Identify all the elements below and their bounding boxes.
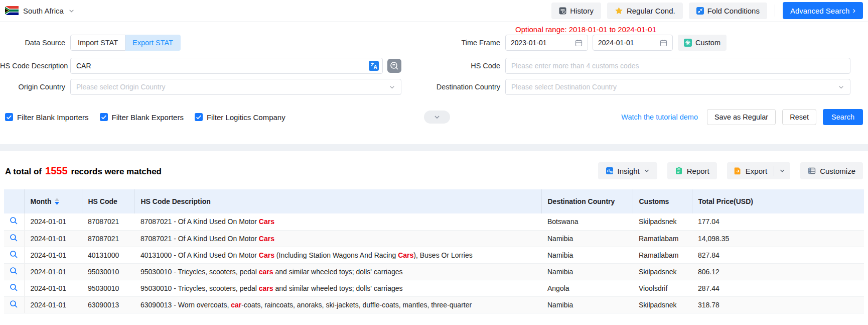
cell-customs: Vioolsdrif <box>633 280 692 296</box>
cell-total-price: 318.78 <box>692 296 864 313</box>
row-detail-cell <box>4 247 24 263</box>
detail-column-header <box>4 189 24 213</box>
checkbox-label: Filter Logitics Company <box>207 113 285 122</box>
results-bar: A total of 1555 records were matched BI … <box>0 151 868 189</box>
search-button[interactable]: Search <box>823 109 863 125</box>
filter-checkbox-2[interactable]: Filter Logitics Company <box>195 113 285 122</box>
destination-country-select[interactable]: Please select Destination Country <box>505 79 850 95</box>
total-count: 1555 <box>45 165 68 177</box>
filter-checkbox-0[interactable]: Filter Blank Importers <box>5 113 89 122</box>
sort-icons[interactable] <box>55 198 59 205</box>
reset-button[interactable]: Reset <box>782 109 816 125</box>
table-header-row: MonthHS CodeHS Code DescriptionDestinati… <box>4 189 864 213</box>
export-stat-tab[interactable]: Export STAT <box>125 35 181 51</box>
cell-description: 63090013 - Worn overcoats, car-coats, ra… <box>134 296 541 313</box>
cell-month: 2024-01-01 <box>24 213 82 230</box>
row-detail-cell <box>4 296 24 313</box>
customize-label: Customize <box>820 167 855 175</box>
results-total: A total of 1555 records were matched <box>5 165 162 177</box>
advanced-search-button[interactable]: Advanced Search › <box>783 2 863 19</box>
cell-customs: Skilpadsnek <box>633 296 692 313</box>
cell-month: 2024-01-01 <box>24 263 82 280</box>
import-stat-tab[interactable]: Import STAT <box>70 35 125 51</box>
total-prefix: A total of <box>5 167 42 177</box>
chevron-down-icon <box>68 8 75 14</box>
cell-destination-country: Namibia <box>541 230 633 247</box>
cell-total-price: 827.84 <box>692 247 864 263</box>
top-bar: South Africa History Regular Cond. Fold … <box>0 0 868 22</box>
end-date-input[interactable]: 2024-01-01 <box>593 35 673 51</box>
customize-button[interactable]: Customize <box>800 162 863 179</box>
cell-description: 95030010 - Tricycles, scooters, pedal ca… <box>134 263 541 280</box>
cell-destination-country: Namibia <box>541 263 633 280</box>
save-as-regular-button[interactable]: Save as Regular <box>707 109 776 125</box>
keyword-highlight: cars <box>259 268 273 276</box>
export-button[interactable]: Export <box>727 162 774 179</box>
table-row: 2024-01-018708702187087021 - Of A Kind U… <box>4 213 864 230</box>
start-date-input[interactable]: 2023-01-01 <box>505 35 588 51</box>
results-table: MonthHS CodeHS Code DescriptionDestinati… <box>4 189 864 313</box>
collapse-conditions-button[interactable] <box>424 111 450 124</box>
table-row: 2024-01-019503001095030010 - Tricycles, … <box>4 263 864 280</box>
hs-code-description-input[interactable] <box>70 58 383 74</box>
filter-checkbox-group: Filter Blank ImportersFilter Blank Expor… <box>5 113 285 122</box>
checkbox-label: Filter Blank Importers <box>17 113 89 122</box>
column-header-destination-country: Destination Country <box>541 189 633 213</box>
chevron-down-icon <box>389 84 395 90</box>
tutorial-demo-link[interactable]: Watch the tutorial demo <box>621 113 698 121</box>
row-search-icon[interactable] <box>10 234 18 242</box>
row-search-icon[interactable] <box>10 283 18 292</box>
row-search-icon[interactable] <box>10 267 18 275</box>
checkbox-checked-icon[interactable] <box>195 113 203 121</box>
country-selector[interactable]: South Africa <box>5 6 75 15</box>
calendar-icon <box>575 39 583 47</box>
checkbox-checked-icon[interactable] <box>100 113 108 121</box>
country-name: South Africa <box>23 7 64 15</box>
origin-country-label: Origin Country <box>0 83 70 91</box>
optional-range-note: Optional range: 2018-01-01 to 2024-01-01 <box>515 25 656 34</box>
row-detail-cell <box>4 213 24 230</box>
cell-month: 2024-01-01 <box>24 247 82 263</box>
row-search-icon[interactable] <box>10 300 18 308</box>
report-button[interactable]: Report <box>667 162 717 179</box>
table-row: 2024-01-019503001095030010 - Tricycles, … <box>4 280 864 296</box>
translate-icon[interactable]: A <box>369 61 379 71</box>
hs-code-description-label: HS Code Description <box>0 62 70 70</box>
export-dropdown-button[interactable] <box>774 162 790 179</box>
fold-conditions-button[interactable]: Fold Conditions <box>689 3 767 19</box>
cell-total-price: 287.44 <box>692 280 864 296</box>
cell-description: 87087021 - Of A Kind Used On Motor Cars <box>134 213 541 230</box>
report-label: Report <box>687 167 709 175</box>
start-date-value: 2023-01-01 <box>511 39 547 47</box>
cell-destination-country: Botswana <box>541 213 633 230</box>
row-search-icon[interactable] <box>10 250 18 259</box>
history-icon <box>559 7 566 15</box>
cell-customs: Ramatlabam <box>633 230 692 247</box>
chevron-down-icon <box>644 168 650 174</box>
table-row: 2024-01-018708702187087021 - Of A Kind U… <box>4 230 864 247</box>
custom-range-button[interactable]: Custom <box>678 35 727 51</box>
origin-country-placeholder: Please select Origin Country <box>76 83 165 91</box>
calendar-icon <box>660 39 667 47</box>
regular-conditions-label: Regular Cond. <box>627 7 675 15</box>
column-header-month[interactable]: Month <box>24 189 82 213</box>
data-source-label: Data Source <box>0 39 70 47</box>
filter-checkbox-1[interactable]: Filter Blank Exporters <box>100 113 184 122</box>
hs-code-label: HS Code <box>401 62 505 70</box>
row-search-icon[interactable] <box>10 216 18 225</box>
south-africa-flag-icon <box>5 6 19 15</box>
origin-country-select[interactable]: Please select Origin Country <box>70 79 401 95</box>
cell-description: 40131000 - Of A Kind Used On Motor Cars … <box>134 247 541 263</box>
hs-code-input[interactable] <box>505 58 850 74</box>
similar-search-icon <box>387 67 401 74</box>
cell-total-price: 14,098.35 <box>692 230 864 247</box>
regular-conditions-button[interactable]: Regular Cond. <box>607 3 683 19</box>
star-icon <box>615 7 623 15</box>
history-button[interactable]: History <box>551 3 601 19</box>
insight-button[interactable]: BI Insight <box>598 162 657 179</box>
similar-search-button[interactable] <box>387 59 401 73</box>
keyword-highlight: car <box>231 301 241 309</box>
cell-customs: Ramatlabam <box>633 247 692 263</box>
checkbox-checked-icon[interactable] <box>5 113 13 121</box>
table-row: 2024-01-014013100040131000 - Of A Kind U… <box>4 247 864 263</box>
